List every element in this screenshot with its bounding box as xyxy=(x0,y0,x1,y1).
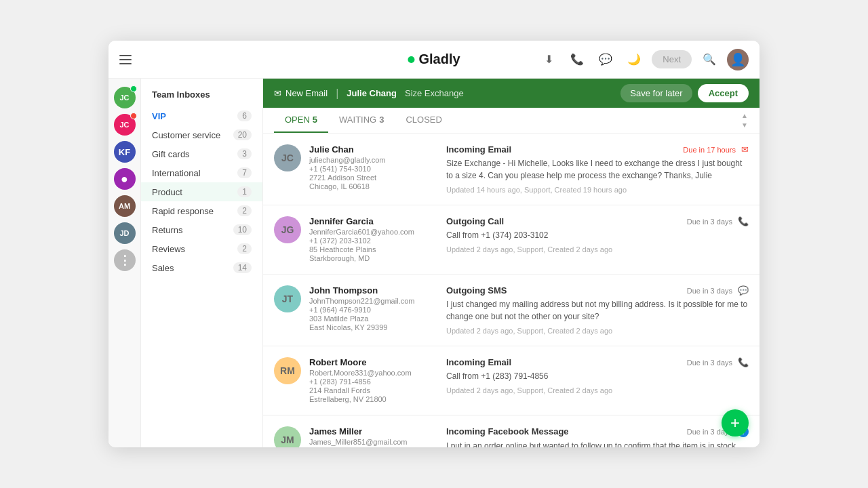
conv-due-3: Due in 3 days 💬 xyxy=(687,285,749,296)
contact-name-1: Julie Chan xyxy=(309,144,438,155)
nav-label-product: Product xyxy=(152,187,182,197)
search-icon[interactable]: 🔍 xyxy=(698,49,720,70)
nav-item-gift-cards[interactable]: Gift cards 3 xyxy=(141,144,262,163)
save-later-button[interactable]: Save for later xyxy=(620,84,692,102)
icon-sidebar: JC JC KF ● AM JD ⋮ xyxy=(108,79,141,447)
tab-closed[interactable]: CLOSED xyxy=(395,108,452,133)
hamburger-menu[interactable] xyxy=(119,55,132,64)
avatar-5: JM xyxy=(274,426,301,447)
nav-count-vip: 6 xyxy=(237,110,252,121)
nav-item-international[interactable]: International 7 xyxy=(141,163,262,182)
contact-name-2: Jennifer Garcia xyxy=(309,216,438,226)
left-nav: Team Inboxes VIP 6 Customer service 20 G… xyxy=(141,79,263,447)
conv-type-2: Outgoing Call xyxy=(446,216,504,226)
conv-details-2: Outgoing Call Due in 3 days 📞 Call from … xyxy=(446,216,749,263)
sidebar-avatar-1[interactable]: JC xyxy=(114,87,136,108)
sidebar-avatar-5[interactable]: AM xyxy=(114,195,136,217)
tab-waiting[interactable]: WAITING 3 xyxy=(328,108,395,133)
conversation-item-4[interactable]: RM Robert Moore Robert.Moore331@yahoo.co… xyxy=(263,346,760,415)
contact-info-4: Robert Moore Robert.Moore331@yahoo.com +… xyxy=(309,357,438,404)
contact-phone-3: +1 (964) 476-9910 xyxy=(309,306,438,314)
nav-count-gc: 3 xyxy=(237,148,252,159)
contact-address2-3: East Nicolas, KY 29399 xyxy=(309,323,438,331)
nav-label-cs: Customer service xyxy=(152,130,220,140)
message-icon[interactable]: 💬 xyxy=(595,49,616,70)
due-text-1: Due in 17 hours xyxy=(683,146,736,154)
conv-due-4: Due in 3 days 📞 xyxy=(687,357,749,367)
nav-item-reviews[interactable]: Reviews 2 xyxy=(141,239,262,258)
envelope-icon: ✉ xyxy=(274,88,281,98)
chevron-up[interactable]: ▲ xyxy=(741,112,749,120)
new-email-label: New Email xyxy=(285,88,328,98)
contact-phone-5: +1 (306) 820-1987 xyxy=(309,447,438,447)
badge-1 xyxy=(130,85,137,92)
conv-header-4: Incoming Email Due in 3 days 📞 xyxy=(446,357,749,367)
toolbar-customer-name: Julie Chang xyxy=(347,88,397,98)
contact-address1-2: 85 Heathcote Plains xyxy=(309,245,438,253)
conversation-list: JC Julie Chan juliechang@gladly.com +1 (… xyxy=(263,134,760,447)
tab-open[interactable]: OPEN 5 xyxy=(274,108,328,133)
contact-name-5: James Miller xyxy=(309,426,438,436)
sms-icon-3: 💬 xyxy=(738,285,749,296)
top-bar: Gladly ⬇ 📞 💬 🌙 Next 🔍 👤 xyxy=(108,41,760,79)
avatar-4: RM xyxy=(274,357,301,384)
phone-icon[interactable]: 📞 xyxy=(566,49,588,70)
app-window: Gladly ⬇ 📞 💬 🌙 Next 🔍 👤 JC JC xyxy=(108,41,760,447)
top-bar-left xyxy=(119,55,132,64)
contact-phone-4: +1 (283) 791-4856 xyxy=(309,378,438,386)
toolbar-separator: | xyxy=(336,87,338,100)
due-text-3: Due in 3 days xyxy=(687,287,732,295)
main-layout: JC JC KF ● AM JD ⋮ Te xyxy=(108,79,760,447)
sidebar-more[interactable]: ⋮ xyxy=(114,249,136,271)
contact-email-5: James_Miller851@gmail.com xyxy=(309,438,438,446)
nav-item-vip[interactable]: VIP 6 xyxy=(141,106,262,125)
sidebar-avatar-2[interactable]: JC xyxy=(114,114,136,136)
nav-item-returns[interactable]: Returns 10 xyxy=(141,220,262,239)
contact-email-2: JenniferGarcia601@yahoo.com xyxy=(309,228,438,236)
contact-address2-4: Estrellaberg, NV 21800 xyxy=(309,395,438,403)
conversation-item-1[interactable]: JC Julie Chan juliechang@gladly.com +1 (… xyxy=(263,134,760,205)
contact-name-3: John Thompson xyxy=(309,285,438,296)
nav-item-sales[interactable]: Sales 14 xyxy=(141,258,262,277)
conversation-item-5[interactable]: JM James Miller James_Miller851@gmail.co… xyxy=(263,415,760,447)
sidebar-avatar-3[interactable]: KF xyxy=(114,141,136,163)
contact-info-1: Julie Chan juliechang@gladly.com +1 (541… xyxy=(309,144,438,194)
contact-info-2: Jennifer Garcia JenniferGarcia601@yahoo.… xyxy=(309,216,438,263)
due-text-2: Due in 3 days xyxy=(687,218,732,226)
contact-phone-1: +1 (541) 754-3010 xyxy=(309,165,438,173)
conv-details-3: Outgoing SMS Due in 3 days 💬 I just chan… xyxy=(446,285,749,335)
sidebar-avatar-6[interactable]: JD xyxy=(114,222,136,244)
contact-address2-2: Starkborough, MD xyxy=(309,254,438,262)
accept-button[interactable]: Accept xyxy=(698,84,749,102)
chevron-down[interactable]: ▼ xyxy=(741,121,749,129)
contact-info-3: John Thompson JohnThompson221@gmail.com … xyxy=(309,285,438,335)
conv-header-2: Outgoing Call Due in 3 days 📞 xyxy=(446,216,749,226)
nav-item-product[interactable]: Product 1 xyxy=(141,182,262,201)
contact-email-3: JohnThompson221@gmail.com xyxy=(309,297,438,305)
logo-dot xyxy=(408,56,414,63)
conversation-item-3[interactable]: JT John Thompson JohnThompson221@gmail.c… xyxy=(263,274,760,346)
app-logo: Gladly xyxy=(408,52,460,67)
user-avatar[interactable]: 👤 xyxy=(727,49,749,70)
moon-icon[interactable]: 🌙 xyxy=(623,49,645,70)
conv-preview-1: Size Exchange - Hi Michelle, Looks like … xyxy=(446,157,749,182)
tab-open-count: 5 xyxy=(313,115,317,125)
conv-due-1: Due in 17 hours ✉ xyxy=(683,144,749,155)
nav-label-gc: Gift cards xyxy=(152,149,190,159)
nav-count-rapid: 2 xyxy=(237,205,252,216)
toolbar-subject: Size Exchange xyxy=(405,88,464,98)
new-email-button[interactable]: ✉ New Email xyxy=(274,88,328,98)
nav-count-sales: 14 xyxy=(233,262,252,273)
nav-count-returns: 10 xyxy=(233,224,252,235)
nav-item-customer-service[interactable]: Customer service 20 xyxy=(141,125,262,144)
nav-item-rapid[interactable]: Rapid response 2 xyxy=(141,201,262,220)
conversation-item-2[interactable]: JG Jennifer Garcia JenniferGarcia601@yah… xyxy=(263,205,760,274)
download-icon[interactable]: ⬇ xyxy=(538,49,559,70)
sidebar-avatar-4[interactable]: ● xyxy=(114,168,136,190)
nav-count-intl: 7 xyxy=(237,167,252,178)
nav-label-sales: Sales xyxy=(152,263,174,273)
conv-preview-5: I put in an order online but wanted to f… xyxy=(446,440,749,447)
next-button[interactable]: Next xyxy=(652,50,692,68)
fab-button[interactable]: + xyxy=(722,409,749,436)
tab-waiting-count: 3 xyxy=(379,115,384,125)
